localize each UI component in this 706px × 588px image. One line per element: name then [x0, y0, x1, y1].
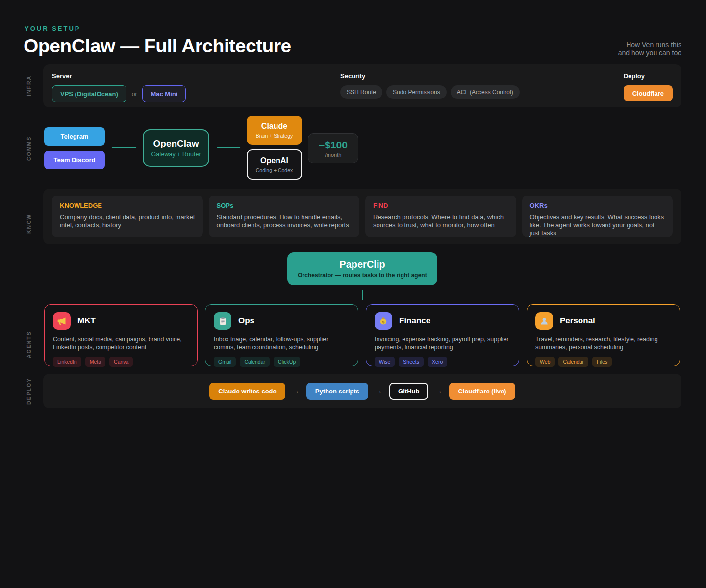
step-cloudflare-live[interactable]: Cloudflare (live) — [449, 383, 515, 400]
openclaw-node[interactable]: OpenClaw Gateway + Router — [143, 129, 209, 167]
step-claude-writes-code[interactable]: Claude writes code — [209, 383, 285, 400]
tag-linkedin: LinkedIn — [53, 357, 81, 367]
openai-title: OpenAI — [260, 156, 288, 165]
tag-sheets: Sheets — [399, 357, 424, 367]
openclaw-title: OpenClaw — [153, 138, 199, 149]
paperclip-orchestrator-node[interactable]: PaperClip Orchestrator — routes tasks to… — [287, 252, 437, 285]
tag-meta: Meta — [85, 357, 105, 367]
chip-ssh-route[interactable]: SSH Route — [340, 85, 382, 99]
tag-web: Web — [535, 357, 555, 367]
vps-button[interactable]: VPS (DigitalOcean) — [52, 85, 126, 102]
sops-body: Standard procedures. How to handle email… — [217, 213, 352, 229]
tag-calendar: Calendar — [558, 357, 588, 367]
section-label-know: KNOW — [23, 196, 35, 251]
find-title: FIND — [373, 202, 508, 209]
person-icon — [535, 312, 553, 330]
connector-line — [112, 147, 136, 148]
chip-acl[interactable]: ACL (Access Control) — [451, 85, 520, 99]
okrs-body: Objectives and key results. What success… — [530, 213, 665, 238]
deploy-heading: Deploy — [624, 73, 673, 80]
security-group: Security SSH Route Sudo Permissions ACL … — [340, 73, 524, 99]
claude-subtitle: Brain + Strategy — [256, 133, 293, 139]
paperclip-title: PaperClip — [339, 259, 385, 270]
tag-files: Files — [592, 357, 612, 367]
architecture-diagram: YOUR SETUP OpenClaw — Full Architecture … — [0, 0, 706, 588]
know-panel: KNOWLEDGE Company docs, client data, pro… — [43, 189, 681, 244]
cost-amount: ~$100 — [319, 139, 348, 151]
find-body: Research protocols. Where to find data, … — [373, 213, 508, 229]
tag-xero: Xero — [428, 357, 447, 367]
eyebrow-label: YOUR SETUP — [25, 25, 81, 32]
chip-sudo-permissions[interactable]: Sudo Permissions — [386, 85, 447, 99]
ops-title: Ops — [238, 316, 254, 326]
finance-description: Invoicing, expense tracking, payroll pre… — [375, 335, 510, 352]
openclaw-subtitle: Gateway + Router — [151, 151, 201, 158]
cost-period: /month — [325, 152, 342, 158]
sops-card: SOPs Standard procedures. How to handle … — [209, 196, 360, 237]
arrow-right-icon: → — [375, 386, 383, 396]
openai-node[interactable]: OpenAI Coding + Codex — [247, 149, 302, 180]
tag-canva: Canva — [109, 357, 133, 367]
connector-line — [217, 147, 240, 148]
tag-calendar: Calendar — [240, 357, 270, 367]
section-label-deploy: DEPLOY — [23, 374, 35, 408]
team-discord-node[interactable]: Team Discord — [44, 151, 105, 169]
cost-card: ~$100 /month — [308, 133, 358, 163]
server-group: Server VPS (DigitalOcean) or Mac Mini — [52, 73, 186, 102]
personal-title: Personal — [560, 316, 595, 326]
personal-agent-card: Personal Travel, reminders, research, li… — [527, 304, 680, 366]
finance-agent-card: $ Finance Invoicing, expense tracking, p… — [366, 304, 519, 366]
section-label-comms: COMMS — [23, 116, 35, 181]
mkt-agent-card: MKT Content, social media, campaigns, br… — [44, 304, 198, 366]
tag-clickup: ClickUp — [274, 357, 300, 367]
header-note-line1: How Ven runs this — [618, 41, 681, 49]
deploy-group: Deploy Cloudflare — [624, 73, 673, 101]
knowledge-title: KNOWLEDGE — [60, 202, 195, 209]
sops-title: SOPs — [217, 202, 352, 209]
or-label: or — [132, 91, 137, 98]
arrow-right-icon: → — [292, 386, 300, 396]
finance-title: Finance — [399, 316, 430, 326]
telegram-node[interactable]: Telegram — [44, 127, 105, 146]
mkt-title: MKT — [77, 316, 96, 326]
ops-agent-card: Ops Inbox triage, calendar, follow-ups, … — [205, 304, 358, 366]
section-label-agents: AGENTS — [23, 314, 35, 375]
connector-line — [362, 290, 363, 300]
infra-panel: Server VPS (DigitalOcean) or Mac Mini Se… — [43, 64, 681, 107]
arrow-right-icon: → — [434, 386, 443, 396]
knowledge-body: Company docs, client data, product info,… — [60, 213, 195, 229]
personal-description: Travel, reminders, research, lifestyle, … — [535, 335, 671, 352]
cloudflare-button[interactable]: Cloudflare — [624, 85, 673, 101]
header-note-line2: and how you can too — [618, 49, 681, 57]
megaphone-icon — [53, 312, 71, 330]
step-python-scripts[interactable]: Python scripts — [306, 383, 368, 400]
claude-node[interactable]: Claude Brain + Strategy — [247, 116, 302, 145]
clipboard-icon — [214, 312, 231, 330]
tag-gmail: Gmail — [214, 357, 236, 367]
claude-title: Claude — [261, 122, 287, 131]
security-heading: Security — [340, 73, 524, 80]
mac-mini-button[interactable]: Mac Mini — [142, 85, 186, 102]
ops-description: Inbox triage, calendar, follow-ups, supp… — [214, 335, 350, 352]
page-title: OpenClaw — Full Architecture — [24, 35, 291, 57]
okrs-card: OKRs Objectives and key results. What su… — [522, 196, 673, 237]
okrs-title: OKRs — [530, 202, 665, 209]
deploy-panel: Claude writes code → Python scripts → Gi… — [43, 374, 681, 408]
openai-subtitle: Coding + Codex — [256, 167, 293, 173]
header-note: How Ven runs this and how you can too — [618, 41, 681, 57]
tag-wise: Wise — [375, 357, 395, 367]
server-heading: Server — [52, 73, 186, 80]
step-github[interactable]: GitHub — [389, 383, 428, 400]
find-card: FIND Research protocols. Where to find d… — [365, 196, 516, 237]
money-bag-icon: $ — [375, 312, 392, 330]
section-label-infra: INFRA — [23, 64, 35, 107]
mkt-description: Content, social media, campaigns, brand … — [53, 335, 189, 352]
knowledge-card: KNOWLEDGE Company docs, client data, pro… — [52, 196, 203, 237]
paperclip-subtitle: Orchestrator — routes tasks to the right… — [298, 272, 427, 279]
